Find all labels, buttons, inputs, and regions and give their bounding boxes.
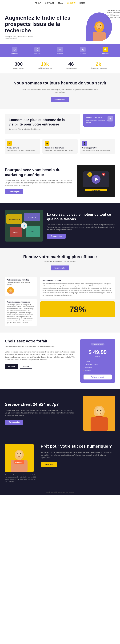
croissance-image: E-COMMERCE MARKETING SOCIAL SEO 📊 xyxy=(5,210,43,242)
hero-title: Augmentez le trafic et les prospects iss… xyxy=(5,15,80,33)
digital-media-svg: Digital Media 🎬 ▶ xyxy=(80,168,112,194)
rendez-sample: Sample text. Click to select the Text El… xyxy=(7,260,113,262)
mkt-left: Automatisation du marketing Sample text.… xyxy=(5,277,37,326)
forfait-feature-item: •Summery xyxy=(83,369,112,372)
stat-2: 10k Expérience industrielle xyxy=(38,61,52,69)
stat-label-1: Travaux terminés xyxy=(13,67,24,69)
mkt-medias-card: Marketing des médias sociaux Pellentesqu… xyxy=(5,299,37,326)
nous-body: Lorem ipsum dolor sit amet, consectetur … xyxy=(22,88,98,94)
forfait-feature-item: •Lorem ipsum impec xyxy=(83,363,112,366)
eco-card-top: ◈ Marketing par SMS Sample text. Click t… xyxy=(83,114,115,126)
pret-left-text: Sample text. Do you want to increase sal… xyxy=(5,474,37,482)
svg-point-37 xyxy=(16,451,22,457)
pret-image: MARKETING xyxy=(5,444,34,472)
svg-text:SOCIAL: SOCIAL xyxy=(13,232,19,233)
stat-4: 2k Récompenses remportées xyxy=(90,61,107,69)
mkt-auto-card: Automatisation du marketing Sample text.… xyxy=(5,277,37,296)
service-item-3[interactable]: ◈ SERVICE xyxy=(57,46,63,54)
stat-number-1: 300 xyxy=(13,61,24,67)
marketing-section: Automatisation du marketing Sample text.… xyxy=(0,277,120,332)
svg-rect-1 xyxy=(93,32,106,41)
croissance-title: La croissance est le moteur de tout ce q… xyxy=(47,212,115,222)
svg-text:📊: 📊 xyxy=(23,225,25,227)
mkt-contenu-title: Marketing de contenu xyxy=(43,280,113,281)
stats-section: 300 Travaux terminés 10k Expérience indu… xyxy=(0,57,120,74)
eco-left: Économisez plus et obtenez de la visibil… xyxy=(5,114,80,134)
svg-text:Digital Media: Digital Media xyxy=(91,190,101,191)
forfait-btn-monthly[interactable]: Mensuel xyxy=(5,364,18,369)
stat-number-2: 10k xyxy=(38,61,52,67)
forfait-btn-annual[interactable]: Annuel xyxy=(20,364,32,369)
nav-about[interactable]: ABOUT xyxy=(35,2,41,4)
service-client-section: Service client 24h/24 et 7j/7 Duis aute … xyxy=(0,389,120,437)
service-item-1[interactable]: ◇ SERVICE xyxy=(11,46,18,54)
sc-text: Service client 24h/24 et 7j/7 Duis aute … xyxy=(5,402,79,425)
svg-point-39 xyxy=(20,453,21,454)
eco-title: Économisez plus et obtenez de la visibil… xyxy=(9,118,76,127)
services-bar: ◇ SERVICE ⬡ SERVICE ◈ SERVICE ◉ SERVICE … xyxy=(0,44,120,57)
svg-rect-30 xyxy=(90,417,108,431)
nous-title: Nous sommes toujours heureux de vous ser… xyxy=(7,80,113,86)
pourquoi-btn[interactable]: En savoir plus xyxy=(5,189,23,194)
nav-landing[interactable]: LANDING xyxy=(67,2,76,4)
croissance-text: La croissance est le moteur de tout ce q… xyxy=(47,212,115,238)
sc-title: Service client 24h/24 et 7j/7 xyxy=(5,402,79,407)
pret-body: Sample text. Click to select the Text El… xyxy=(41,451,115,459)
nous-btn[interactable]: En savoir plus xyxy=(51,97,69,102)
croissance-body: Duis aute irure dolor in reprehenderit i… xyxy=(47,224,115,231)
nav-contact[interactable]: CONTACT xyxy=(45,2,54,4)
nav-team[interactable]: TEAM xyxy=(58,2,63,4)
stat-label-3: Clients mondiaux xyxy=(66,67,77,69)
service-icon-1: ◇ xyxy=(12,46,18,52)
mkt-percent-value: 78% xyxy=(69,304,86,314)
stat-label-4: Récompenses remportées xyxy=(90,67,107,69)
forfait-title: Choisissez votre forfait xyxy=(5,339,76,344)
svg-point-4 xyxy=(100,26,101,26)
svg-text:E-COMMERCE: E-COMMERCE xyxy=(9,218,20,220)
stat-label-2: Expérience industrielle xyxy=(38,67,52,69)
rendez-title: Rendez votre marketing plus efficace xyxy=(7,254,113,259)
hero-right-text: Sample text. Do you want to increase sal… xyxy=(107,9,120,18)
svg-point-33 xyxy=(100,410,101,411)
pourquoi-title: Pourquoi avez-vous besoin du marketing n… xyxy=(5,167,73,177)
svg-point-26 xyxy=(9,289,12,292)
forfait-left: Choisissez votre forfait Nous pouvons vo… xyxy=(5,339,76,369)
svg-text:SEO: SEO xyxy=(31,231,34,232)
croissance-btn[interactable]: En savoir plus xyxy=(47,234,66,239)
hero-text-block: Augmentez le trafic et les prospects iss… xyxy=(5,15,80,39)
mkt-right: Marketing de contenu Duis aute irure dol… xyxy=(40,277,115,326)
mkt-auto-avatar xyxy=(7,287,14,294)
nav-home[interactable]: HOME xyxy=(79,2,85,4)
pret-btn[interactable]: CONTACT xyxy=(41,462,57,467)
eco-right: ◈ Marketing par SMS Sample text. Click t… xyxy=(83,114,115,126)
service-item-5[interactable]: ❋ SERVICE xyxy=(102,46,108,54)
stat-1: 300 Travaux terminés xyxy=(13,61,24,69)
forfait-cta[interactable]: Acheter ce forfait xyxy=(83,374,112,380)
sc-btn[interactable]: En savoir plus xyxy=(5,420,23,425)
sc-icon-2: ⚙ xyxy=(45,141,49,146)
mkt-contenu-body: Duis aute irure dolor in reprehenderit i… xyxy=(43,282,113,296)
person-svg xyxy=(90,17,109,41)
sc-title-1: Médias payants xyxy=(7,147,38,149)
svg-point-32 xyxy=(97,410,98,411)
rendez-section: Rendez votre marketing plus efficace Sam… xyxy=(0,248,120,277)
small-card-2: ⚙ Optimisation du site Web Sample text. … xyxy=(42,139,78,154)
sc-image xyxy=(83,396,115,431)
rendez-btn[interactable]: En savoir plus xyxy=(51,266,69,270)
forfait-price: $ 49.99 xyxy=(83,349,112,355)
sc-person-svg xyxy=(86,399,112,431)
forfait-feature-item: •Maecenas xyxy=(83,366,112,369)
forfait-right: Forfait Mensuel $ 49.99 par mois •Prenie… xyxy=(80,339,115,383)
pourquoi-text: Pourquoi avez-vous besoin du marketing n… xyxy=(5,167,73,194)
service-item-2[interactable]: ⬡ SERVICE xyxy=(34,46,40,54)
small-card-3: 📱 Marketing par SMS Sample text. Click t… xyxy=(80,139,115,154)
sc-body: Duis aute irure dolor in reprehenderit i… xyxy=(5,409,79,417)
sc-title-2: Optimisation du site Web xyxy=(45,147,75,149)
mkt-auto-title: Automatisation du marketing xyxy=(7,279,35,281)
svg-text:🎬: 🎬 xyxy=(89,174,90,176)
small-cards-row: 💰 Médias payants Sample text. Click to s… xyxy=(0,139,120,158)
svg-point-31 xyxy=(96,407,103,415)
forfait-section: Choisissez votre forfait Nous pouvons vo… xyxy=(0,332,120,389)
service-item-4[interactable]: ◉ SERVICE xyxy=(79,46,86,54)
forfait-feature-item: •Preniez xyxy=(83,360,112,363)
